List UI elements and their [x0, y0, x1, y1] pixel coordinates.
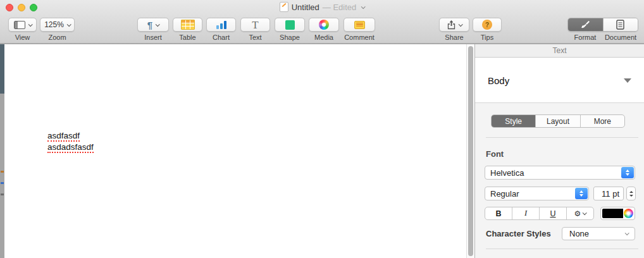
toolbar-group-tips: ? Tips: [473, 18, 502, 41]
divider: [486, 137, 638, 138]
edited-status: — Edited: [323, 3, 356, 12]
misspelled-word[interactable]: asdadsfasdf: [47, 142, 94, 153]
bold-button[interactable]: B: [485, 207, 512, 219]
document-button[interactable]: [603, 18, 638, 31]
paintbrush-icon: [580, 20, 590, 29]
share-icon: [447, 20, 455, 30]
character-styles-value: None: [569, 229, 589, 238]
text-color-well[interactable]: [600, 207, 635, 220]
document-line: asdadsfasdf: [47, 142, 94, 153]
character-styles-select[interactable]: None: [562, 227, 635, 240]
media-flower-icon: [319, 20, 329, 30]
tab-style[interactable]: Style: [492, 115, 535, 127]
zoom-value: 125%: [44, 20, 64, 29]
paragraph-style-row[interactable]: Body: [475, 58, 644, 103]
underline-button[interactable]: U: [539, 207, 566, 219]
font-size-stepper[interactable]: [626, 187, 636, 200]
share-button[interactable]: [439, 18, 469, 32]
view-label: View: [8, 34, 37, 41]
comment-button[interactable]: [344, 18, 375, 32]
font-family-select[interactable]: Helvetica: [485, 166, 635, 180]
window-header: Untitled — Edited View 125% Zoom ¶ Inser…: [0, 0, 644, 44]
toolbar-group-text: T Text: [240, 18, 270, 41]
divider: [486, 249, 638, 249]
pages-window: Untitled — Edited View 125% Zoom ¶ Inser…: [0, 0, 644, 258]
italic-button[interactable]: I: [512, 207, 539, 219]
background-window-sliver: [0, 44, 4, 258]
document-icon: [616, 20, 624, 30]
stepper-icon[interactable]: [575, 188, 588, 199]
font-size-value: 11 pt: [602, 189, 619, 199]
tab-layout[interactable]: Layout: [535, 115, 579, 127]
disclosure-triangle-icon[interactable]: [624, 78, 631, 83]
toolbar-group-table: Table: [173, 18, 202, 41]
inspector-header: Text: [475, 44, 644, 58]
paragraph-style-value: Body: [488, 75, 624, 86]
toolbar-group-zoom: 125% Zoom: [40, 18, 75, 41]
media-label: Media: [309, 34, 339, 41]
tab-more[interactable]: More: [580, 115, 624, 127]
table-button[interactable]: [173, 18, 202, 32]
shape-button[interactable]: [275, 18, 305, 32]
insert-button[interactable]: ¶: [137, 18, 169, 32]
font-family-value: Helvetica: [490, 168, 524, 178]
format-inspector: Text Body Style Layout More Font Helveti…: [474, 44, 644, 258]
color-wheel-icon[interactable]: [624, 209, 633, 218]
character-styles-label: Character Styles: [486, 227, 551, 240]
window-title: Untitled: [292, 3, 319, 12]
vertical-scrollbar-track[interactable]: [466, 44, 474, 258]
chevron-down-icon: [583, 211, 587, 215]
format-document-segmented-control: [567, 18, 638, 32]
font-weight-select[interactable]: Regular: [485, 187, 589, 200]
toolbar-group-view: View: [8, 18, 37, 41]
chevron-down-icon: [156, 22, 160, 27]
pilcrow-icon: ¶: [147, 20, 152, 30]
misspelled-word[interactable]: asdfasdf: [47, 131, 80, 142]
title-chevron-down-icon[interactable]: [361, 4, 366, 9]
chart-label: Chart: [206, 34, 236, 41]
chevron-down-icon: [28, 22, 32, 27]
bar-chart-icon: [216, 20, 226, 29]
toolbar-group-chart: Chart: [206, 18, 236, 41]
font-weight-value: Regular: [490, 189, 519, 199]
document-label: Document: [603, 34, 638, 41]
vertical-scrollbar-thumb[interactable]: [468, 46, 473, 256]
chevron-down-icon: [67, 22, 71, 27]
document-text-block[interactable]: asdfasdf asdadsfasdf: [47, 130, 94, 153]
media-button[interactable]: [309, 18, 339, 32]
view-button[interactable]: [8, 18, 37, 32]
comment-note-icon: [354, 21, 365, 29]
titlebar: Untitled — Edited: [0, 0, 644, 14]
font-size-field[interactable]: 11 pt: [593, 187, 624, 200]
chart-button[interactable]: [206, 18, 236, 32]
text-style-segmented-control: B I U ⚙: [485, 207, 594, 220]
text-label: Text: [240, 34, 270, 41]
shape-square-icon: [285, 20, 295, 30]
chevron-down-icon: [625, 231, 629, 235]
format-button[interactable]: [568, 18, 603, 31]
share-label: Share: [439, 34, 469, 41]
toolbar-group-share: Share: [439, 18, 469, 41]
text-color-swatch[interactable]: [602, 209, 623, 218]
view-panel-icon: [14, 21, 25, 29]
text-button[interactable]: T: [240, 18, 270, 32]
table-icon: [181, 20, 195, 30]
toolbar-group-media: Media: [309, 18, 339, 41]
format-label: Format: [567, 34, 603, 41]
zoom-label: Zoom: [40, 34, 75, 41]
font-section-title: Font: [486, 149, 504, 159]
text-t-icon: T: [252, 20, 258, 30]
zoom-button[interactable]: 125%: [40, 18, 75, 32]
stepper-icon[interactable]: [621, 167, 634, 178]
gear-icon: ⚙: [574, 209, 581, 218]
document-canvas[interactable]: asdfasdf asdadsfasdf: [4, 44, 466, 258]
question-mark-icon: ?: [482, 20, 492, 30]
table-label: Table: [173, 34, 202, 41]
tips-button[interactable]: ?: [473, 18, 502, 32]
toolbar-group-shape: Shape: [275, 18, 305, 41]
advanced-options-button[interactable]: ⚙: [566, 207, 593, 219]
toolbar-group-comment: Comment: [344, 18, 375, 41]
toolbar-group-format-document: Format Document: [567, 18, 638, 41]
comment-label: Comment: [344, 34, 375, 41]
insert-label: Insert: [137, 34, 169, 41]
